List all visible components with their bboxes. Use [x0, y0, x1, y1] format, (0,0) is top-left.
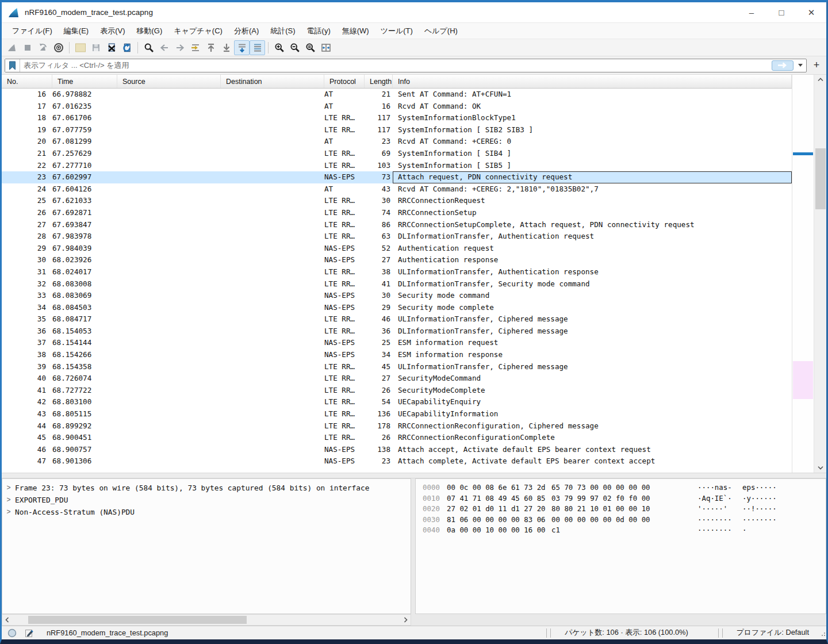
packet-row-32[interactable]: 3268.083008LTE RR…41DLInformationTransfe… — [2, 278, 792, 290]
packet-row-35[interactable]: 3568.084717LTE RR…46ULInformationTransfe… — [2, 313, 792, 325]
scroll-left-arrow[interactable] — [2, 615, 12, 625]
filter-bookmark-button[interactable] — [5, 59, 20, 72]
minimize-button[interactable]: – — [737, 2, 766, 22]
packet-row-39[interactable]: 3968.154358LTE RR…45ULInformationTransfe… — [2, 361, 792, 373]
menu-item-4[interactable]: キャプチャ(C) — [168, 24, 228, 39]
filter-dropdown-caret[interactable] — [796, 60, 805, 71]
packet-row-16[interactable]: 1666.978882AT21Sent AT Command: AT+CFUN=… — [2, 89, 792, 101]
restart-capture-button[interactable] — [35, 40, 51, 55]
resize-columns-button[interactable] — [318, 40, 334, 55]
go-to-bottom-button[interactable] — [218, 40, 234, 55]
horizontal-scrollbar-thumb[interactable] — [28, 616, 247, 624]
expert-info-button[interactable] — [5, 627, 19, 639]
menu-item-3[interactable]: 移動(G) — [131, 24, 168, 39]
zoom-reset-button[interactable] — [302, 40, 318, 55]
go-forward-button[interactable] — [172, 40, 187, 55]
hex-row-0010[interactable]: 001007 41 71 08 49 45 60 8503 79 99 97 0… — [423, 493, 826, 504]
packet-row-25[interactable]: 2567.621033LTE RR…30RRCConnectionRequest — [2, 195, 792, 207]
packet-row-20[interactable]: 2067.081299AT23Rcvd AT Command: +CEREG: … — [2, 136, 792, 148]
colorize-toggle[interactable] — [250, 40, 265, 55]
menu-item-2[interactable]: 表示(V) — [94, 24, 131, 39]
scroll-up-arrow[interactable] — [814, 75, 826, 85]
packet-row-47[interactable]: 4768.901306NAS-EPS23Attach complete, Act… — [2, 455, 792, 467]
column-header-no[interactable]: No. — [2, 75, 52, 88]
save-file-button[interactable] — [88, 40, 103, 55]
packet-row-18[interactable]: 1867.061706LTE RR…117SystemInformationBl… — [2, 112, 792, 124]
close-button[interactable]: ✕ — [796, 2, 826, 22]
menu-item-6[interactable]: 統計(S) — [264, 24, 301, 39]
packet-row-30[interactable]: 3068.023926NAS-EPS27Authentication respo… — [2, 254, 792, 266]
hex-row-0030[interactable]: 003081 06 00 00 00 00 83 0600 00 00 00 0… — [423, 515, 826, 526]
status-profile[interactable]: プロファイル: Default — [730, 628, 814, 638]
packet-row-40[interactable]: 4068.726074LTE RR…27SecurityModeCommand — [2, 373, 792, 385]
add-filter-button[interactable]: + — [810, 59, 823, 72]
hex-row-0020[interactable]: 002027 02 01 d0 11 d1 27 2080 80 21 10 0… — [423, 504, 826, 515]
go-to-packet-button[interactable] — [187, 40, 203, 55]
open-file-button[interactable] — [72, 40, 88, 55]
packet-row-36[interactable]: 3668.154053LTE RR…36DLInformationTransfe… — [2, 325, 792, 338]
scroll-down-arrow[interactable] — [814, 463, 826, 473]
column-header-time[interactable]: Time — [52, 75, 117, 88]
packet-row-37[interactable]: 3768.154144NAS-EPS25ESM information requ… — [2, 337, 792, 349]
stop-capture-button[interactable] — [20, 40, 35, 55]
close-file-button[interactable] — [103, 40, 119, 55]
packet-row-43[interactable]: 4368.805115LTE RR…136UECapabilityInforma… — [2, 408, 792, 420]
hex-row-0000[interactable]: 000000 0c 00 08 6e 61 73 2d65 70 73 00 0… — [423, 482, 826, 493]
go-back-button[interactable] — [156, 40, 172, 55]
intelligent-scrollbar-minimap[interactable] — [792, 75, 814, 473]
vertical-scrollbar-thumb[interactable] — [815, 148, 826, 209]
packet-row-27[interactable]: 2767.693847LTE RR…86RRCConnectionSetupCo… — [2, 219, 792, 231]
pane-divider[interactable] — [411, 478, 415, 614]
packet-row-41[interactable]: 4168.727722LTE RR…26SecurityModeComplete — [2, 385, 792, 397]
packet-row-33[interactable]: 3368.083069NAS-EPS30Security mode comman… — [2, 290, 792, 302]
packet-row-17[interactable]: 1767.016235AT16Rcvd AT Command: OK — [2, 101, 792, 113]
packet-row-26[interactable]: 2667.692871LTE RR…74RRCConnectionSetup — [2, 207, 792, 219]
column-header-source[interactable]: Source — [117, 75, 221, 88]
expand-chevron-icon[interactable]: > — [2, 506, 15, 518]
zoom-in-button[interactable] — [271, 40, 287, 55]
menu-item-7[interactable]: 電話(y) — [301, 24, 336, 39]
capture-options-button[interactable] — [51, 40, 66, 55]
packet-row-22[interactable]: 2267.277710LTE RR…103SystemInformation [… — [2, 160, 792, 172]
packet-row-44[interactable]: 4468.899292LTE RR…178RRCConnectionReconf… — [2, 420, 792, 432]
expand-chevron-icon[interactable]: > — [2, 494, 15, 506]
display-filter-input[interactable] — [20, 61, 772, 70]
packet-row-42[interactable]: 4268.803100LTE RR…54UECapabilityEnquiry — [2, 396, 792, 408]
menu-item-0[interactable]: ファイル(F) — [6, 24, 58, 39]
packet-row-34[interactable]: 3468.084503NAS-EPS29Security mode comple… — [2, 302, 792, 314]
detail-tree-row-0[interactable]: >Frame 23: 73 bytes on wire (584 bits), … — [2, 482, 411, 494]
maximize-button[interactable]: □ — [766, 2, 796, 22]
start-capture-button[interactable] — [4, 40, 20, 55]
find-packet-button[interactable] — [141, 40, 156, 55]
packet-row-31[interactable]: 3168.024017LTE RR…38ULInformationTransfe… — [2, 266, 792, 278]
menu-item-10[interactable]: ヘルプ(H) — [419, 24, 463, 39]
capture-comment-button[interactable] — [22, 627, 36, 639]
column-header-length[interactable]: Length — [365, 75, 393, 88]
pane-splitter[interactable] — [2, 473, 826, 478]
go-to-top-button[interactable] — [203, 40, 218, 55]
column-header-destination[interactable]: Destination — [221, 75, 324, 88]
column-header-protocol[interactable]: Protocol — [324, 75, 365, 88]
reload-file-button[interactable] — [119, 40, 135, 55]
expand-chevron-icon[interactable]: > — [2, 482, 15, 494]
menu-item-8[interactable]: 無線(W) — [336, 24, 375, 39]
auto-scroll-toggle[interactable] — [234, 40, 250, 55]
window-resize-grip[interactable] — [819, 630, 825, 636]
scroll-right-arrow[interactable] — [401, 615, 411, 625]
column-header-info[interactable]: Info — [393, 75, 792, 88]
menu-item-1[interactable]: 編集(E) — [58, 24, 94, 39]
packet-row-19[interactable]: 1967.077759LTE RR…117SystemInformation [… — [2, 124, 792, 136]
detail-tree-row-2[interactable]: >Non-Access-Stratum (NAS)PDU — [2, 506, 411, 518]
packet-row-29[interactable]: 2967.984039NAS-EPS52Authentication reque… — [2, 243, 792, 255]
detail-tree-row-1[interactable]: >EXPORTED_PDU — [2, 494, 411, 506]
apply-filter-button[interactable] — [772, 60, 793, 71]
hex-row-0040[interactable]: 00400a 00 00 10 00 00 16 00c1········· — [423, 525, 826, 536]
packet-row-46[interactable]: 4668.900757NAS-EPS138Attach accept, Acti… — [2, 444, 792, 456]
packet-row-21[interactable]: 2167.257629LTE RR…69SystemInformation [ … — [2, 148, 792, 160]
packet-row-38[interactable]: 3868.154266NAS-EPS34ESM information resp… — [2, 349, 792, 361]
packet-row-23[interactable]: 2367.602997NAS-EPS73Attach request, PDN … — [2, 171, 792, 183]
menu-item-9[interactable]: ツール(T) — [375, 24, 419, 39]
packet-row-24[interactable]: 2467.604126AT43Rcvd AT Command: +CEREG: … — [2, 183, 792, 195]
packet-list-vertical-scrollbar[interactable] — [814, 75, 826, 473]
packet-row-28[interactable]: 2867.983978LTE RR…63DLInformationTransfe… — [2, 231, 792, 243]
